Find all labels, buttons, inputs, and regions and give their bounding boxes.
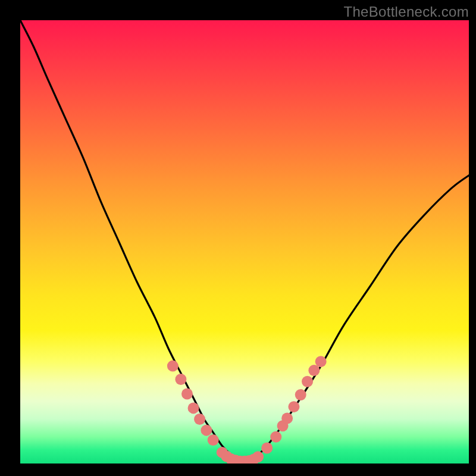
curve-marker <box>175 374 186 385</box>
curve-marker <box>261 442 273 453</box>
plot-area <box>20 20 469 464</box>
curve-marker <box>201 425 212 436</box>
curve-marker <box>208 434 219 446</box>
attribution-text: TheBottleneck.com <box>343 4 469 20</box>
curve-marker <box>288 401 299 412</box>
bottleneck-curve <box>20 20 469 459</box>
curve-marker <box>315 356 327 367</box>
curve-marker <box>270 431 281 443</box>
curve-marker <box>194 414 205 425</box>
curve-marker <box>252 451 264 462</box>
curve-marker <box>181 389 193 400</box>
curve-marker <box>188 402 199 414</box>
curve-marker <box>281 413 293 424</box>
chart-frame: TheBottleneck.com <box>0 0 476 476</box>
curve-markers <box>167 356 327 464</box>
curve-marker <box>302 376 313 387</box>
curve-marker <box>295 389 306 400</box>
curve-marker <box>167 361 178 372</box>
chart-svg <box>20 20 469 464</box>
